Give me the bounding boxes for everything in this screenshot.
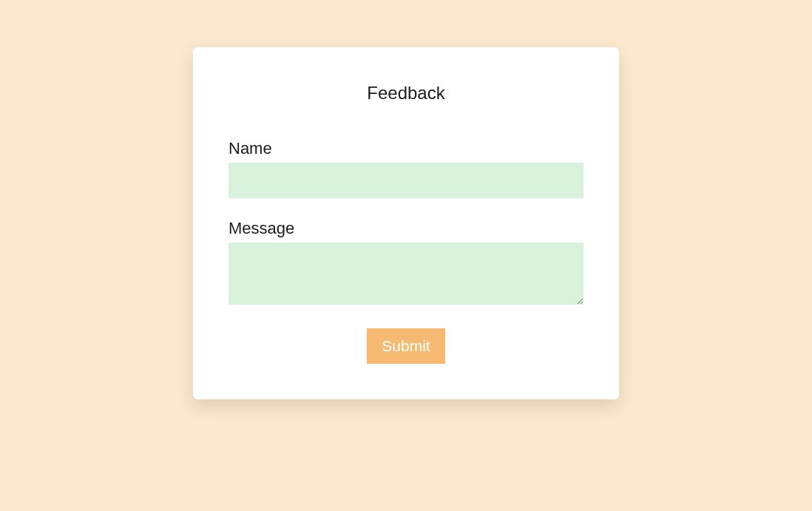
message-field-group: Message <box>229 219 583 308</box>
message-label: Message <box>229 219 583 238</box>
name-label: Name <box>229 139 583 158</box>
message-input[interactable] <box>229 243 583 305</box>
feedback-card: Feedback Name Message Submit <box>193 47 619 399</box>
submit-button[interactable]: Submit <box>367 328 444 364</box>
form-title: Feedback <box>229 83 583 104</box>
name-field-group: Name <box>229 139 583 198</box>
name-input[interactable] <box>229 163 583 198</box>
submit-wrap: Submit <box>229 328 583 364</box>
